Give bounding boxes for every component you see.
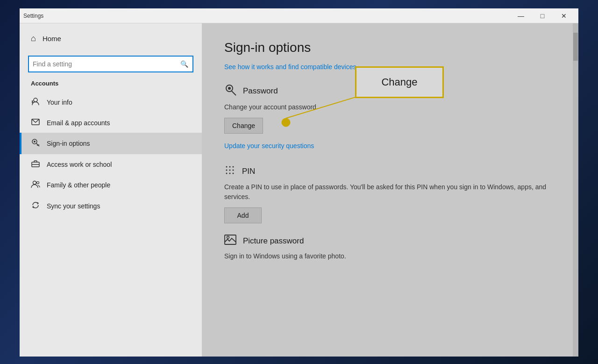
briefcase-icon xyxy=(31,160,40,169)
sidebar-item-access-work[interactable]: Access work or school xyxy=(20,154,202,175)
svg-point-13 xyxy=(37,182,39,184)
sidebar-item-email-app[interactable]: Email & app accounts xyxy=(20,113,202,133)
window-controls: — □ ✕ xyxy=(510,8,575,23)
nav-label-access-work: Access work or school xyxy=(47,161,112,168)
password-section-title: Password xyxy=(243,86,278,96)
pin-section-header: PIN xyxy=(224,164,556,178)
picture-password-icon xyxy=(224,235,236,248)
svg-point-27 xyxy=(233,173,234,174)
home-icon: ⌂ xyxy=(31,34,36,43)
security-questions-link[interactable]: Update your security questions xyxy=(224,142,314,150)
nav-label-your-info: Your info xyxy=(47,99,72,106)
picture-password-section: Picture password Sign in to Windows usin… xyxy=(224,235,556,261)
sidebar-home[interactable]: ⌂ Home xyxy=(20,23,202,54)
sidebar: ⌂ Home 🔍 Accounts xyxy=(20,23,202,357)
nav-label-sign-in-options: Sign-in options xyxy=(47,140,90,147)
content-area: ⌂ Home 🔍 Accounts xyxy=(20,23,578,357)
security-questions-container: Update your security questions xyxy=(224,140,556,153)
change-btn-container: Change Change xyxy=(224,118,263,134)
pin-add-button[interactable]: Add xyxy=(224,207,262,223)
sync-icon xyxy=(31,201,40,211)
nav-label-email-app: Email & app accounts xyxy=(47,119,110,127)
pin-section-desc: Create a PIN to use in place of password… xyxy=(224,182,556,202)
accounts-section-label: Accounts xyxy=(20,79,202,92)
sidebar-item-family-other[interactable]: Family & other people xyxy=(20,175,202,195)
title-bar: Settings — □ ✕ xyxy=(20,8,578,23)
sidebar-item-your-info[interactable]: Your info xyxy=(20,92,202,113)
main-panel: Sign-in options See how it works and fin… xyxy=(202,23,578,357)
svg-point-6 xyxy=(34,141,36,143)
svg-point-20 xyxy=(229,166,231,168)
settings-window: Settings — □ ✕ ⌂ Home 🔍 Accounts xyxy=(20,8,578,357)
password-section-desc: Change your account password xyxy=(224,102,556,112)
svg-point-19 xyxy=(226,166,228,168)
search-input[interactable] xyxy=(29,60,176,68)
picture-password-desc: Sign in to Windows using a favorite phot… xyxy=(224,251,556,261)
minimize-button[interactable]: — xyxy=(510,8,532,23)
svg-point-17 xyxy=(282,118,290,127)
person-icon xyxy=(31,97,40,107)
svg-point-29 xyxy=(227,236,229,239)
home-label: Home xyxy=(43,35,61,43)
window-title: Settings xyxy=(23,13,510,19)
svg-line-16 xyxy=(232,91,236,95)
sidebar-item-sign-in-options[interactable]: Sign-in options xyxy=(20,133,202,154)
callout-change-button[interactable]: Change xyxy=(355,66,444,98)
page-title: Sign-in options xyxy=(224,40,556,55)
scrollbar-thumb[interactable] xyxy=(573,33,578,61)
svg-point-12 xyxy=(33,181,36,185)
pin-section: PIN Create a PIN to use in place of pass… xyxy=(224,164,556,223)
svg-point-21 xyxy=(233,166,234,168)
pin-section-icon xyxy=(224,164,235,178)
search-icon: 🔍 xyxy=(176,56,192,72)
svg-point-15 xyxy=(228,87,231,90)
search-box: 🔍 xyxy=(28,56,193,72)
close-button[interactable]: ✕ xyxy=(553,8,575,23)
password-change-button[interactable]: Change xyxy=(224,118,263,134)
svg-point-25 xyxy=(226,173,228,174)
password-section-icon xyxy=(224,84,236,99)
key-icon xyxy=(31,138,40,149)
pin-section-title: PIN xyxy=(242,167,255,176)
nav-label-sync-settings: Sync your settings xyxy=(47,202,100,210)
sidebar-item-sync-settings[interactable]: Sync your settings xyxy=(20,195,202,217)
svg-point-26 xyxy=(229,173,231,174)
svg-point-24 xyxy=(233,170,234,171)
email-icon xyxy=(31,119,40,127)
compatible-devices-link[interactable]: See how it works and find compatible dev… xyxy=(224,63,358,71)
people-icon xyxy=(31,180,40,190)
scrollbar-track[interactable] xyxy=(573,23,578,357)
svg-point-0 xyxy=(34,98,37,102)
nav-label-family-other: Family & other people xyxy=(47,181,110,189)
picture-password-header: Picture password xyxy=(224,235,556,248)
picture-password-title: Picture password xyxy=(243,236,304,246)
svg-point-22 xyxy=(226,170,228,171)
password-section: Password Change your account password Ch… xyxy=(224,84,556,153)
svg-point-23 xyxy=(229,170,231,171)
maximize-button[interactable]: □ xyxy=(532,8,553,23)
